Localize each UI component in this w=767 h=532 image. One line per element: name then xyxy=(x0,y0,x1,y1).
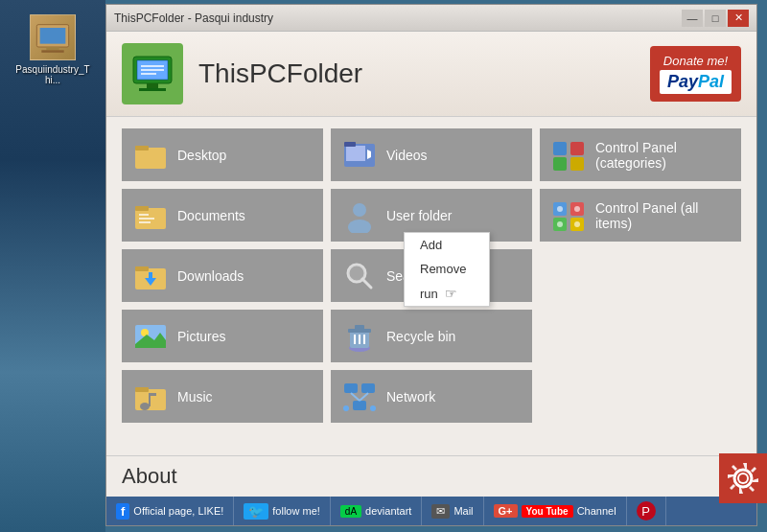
svg-point-34 xyxy=(574,206,580,212)
app-header-left: ThisPCFolder xyxy=(122,43,362,104)
pinterest-icon: P xyxy=(637,501,656,520)
tile-label: Music xyxy=(177,389,213,405)
svg-point-36 xyxy=(574,221,580,227)
youtube-label: Channel xyxy=(577,505,616,517)
tile-label: Control Panel (all items) xyxy=(595,200,730,231)
donate-button[interactable]: Donate me! PayPal xyxy=(650,46,741,102)
recycle-bin-icon xyxy=(342,319,377,354)
search-icon xyxy=(342,259,377,293)
tile-control-panel-all[interactable]: Control Panel (all items) xyxy=(540,189,741,242)
deviantart-icon: dA xyxy=(340,505,361,518)
tile-label: User folder xyxy=(386,208,452,223)
pictures-icon xyxy=(133,319,168,354)
context-menu-add[interactable]: Add xyxy=(405,233,489,257)
svg-rect-12 xyxy=(135,148,166,169)
documents-icon xyxy=(133,198,168,233)
gplus-icon: G+ xyxy=(494,504,518,518)
control-panel-all-icon xyxy=(551,198,586,233)
tile-documents[interactable]: Documents xyxy=(122,189,323,242)
network-icon xyxy=(342,380,377,414)
svg-point-56 xyxy=(140,403,150,410)
mail-link[interactable]: ✉ Mail xyxy=(422,497,483,525)
svg-rect-21 xyxy=(570,157,584,171)
tile-desktop[interactable]: Desktop xyxy=(122,128,323,181)
tile-control-panel-cat[interactable]: Control Panel (categories) xyxy=(540,128,741,181)
pinterest-link[interactable]: P xyxy=(627,497,666,525)
donate-label: Donate me! xyxy=(660,54,732,68)
svg-point-33 xyxy=(557,206,563,212)
control-panel-icon xyxy=(551,138,586,173)
svg-line-63 xyxy=(360,393,368,401)
svg-rect-13 xyxy=(135,146,149,150)
deviantart-label: deviantart xyxy=(365,505,411,517)
svg-rect-2 xyxy=(46,47,58,50)
svg-rect-19 xyxy=(570,142,584,155)
tile-recycle-bin[interactable]: Recycle bin xyxy=(331,310,532,362)
svg-point-27 xyxy=(353,203,366,217)
tile-downloads[interactable]: Downloads xyxy=(122,249,323,302)
svg-rect-18 xyxy=(553,142,567,155)
app-header: ThisPCFolder Donate me! PayPal xyxy=(106,32,756,117)
app-title: ThisPCFolder xyxy=(198,58,362,89)
context-menu-run[interactable]: run ☞ xyxy=(405,281,489,306)
music-icon xyxy=(133,380,168,414)
tile-label: Pictures xyxy=(177,329,226,344)
tile-pictures[interactable]: Pictures xyxy=(122,310,323,362)
tile-label: Recycle bin xyxy=(386,329,455,344)
tile-label: Desktop xyxy=(177,148,226,163)
minimize-button[interactable]: — xyxy=(682,10,703,27)
app-logo xyxy=(122,43,183,104)
bottom-bar: f Official page, LIKE! 🐦 follow me! dA d… xyxy=(106,497,756,525)
svg-rect-55 xyxy=(135,387,149,392)
svg-rect-58 xyxy=(149,393,156,396)
desktop-icon-image xyxy=(30,14,76,60)
svg-rect-38 xyxy=(135,266,149,271)
mail-icon: ✉ xyxy=(431,504,450,519)
svg-line-43 xyxy=(362,279,371,288)
svg-rect-50 xyxy=(355,325,364,330)
svg-line-62 xyxy=(351,393,360,401)
svg-rect-17 xyxy=(344,142,356,147)
svg-rect-24 xyxy=(139,214,149,216)
facebook-label: Official page, LIKE! xyxy=(133,505,223,517)
tile-videos[interactable]: Videos xyxy=(331,128,532,181)
titlebar: ThisPCFolder - Pasqui industry — □ ✕ xyxy=(106,5,756,32)
svg-rect-3 xyxy=(41,50,63,53)
context-menu-remove[interactable]: Remove xyxy=(405,257,489,281)
tile-music[interactable]: Music xyxy=(122,370,323,423)
tile-label: Network xyxy=(386,389,435,405)
about-title: About xyxy=(122,464,177,488)
tile-label: Documents xyxy=(177,208,245,223)
maximize-button[interactable]: □ xyxy=(705,10,726,27)
svg-rect-40 xyxy=(149,272,152,280)
svg-point-64 xyxy=(343,405,349,411)
close-button[interactable]: ✕ xyxy=(728,10,749,27)
user-folder-icon xyxy=(342,198,377,233)
svg-rect-61 xyxy=(353,401,366,410)
twitter-label: follow me! xyxy=(272,505,320,517)
svg-rect-60 xyxy=(361,383,375,393)
mail-label: Mail xyxy=(453,505,473,517)
gear-icon xyxy=(726,461,760,496)
desktop-icon[interactable]: Pasquiindustry_Thi... xyxy=(14,14,91,85)
cursor-icon: ☞ xyxy=(445,286,457,301)
gear-bottom-right xyxy=(719,453,767,503)
tile-label: Videos xyxy=(386,148,428,163)
facebook-link[interactable]: f Official page, LIKE! xyxy=(106,497,234,525)
svg-rect-15 xyxy=(346,146,365,161)
desktop-icon-label: Pasquiindustry_Thi... xyxy=(14,64,91,85)
svg-point-35 xyxy=(557,221,563,227)
svg-rect-26 xyxy=(139,221,151,223)
context-menu: Add Remove run ☞ xyxy=(404,232,490,307)
twitter-link[interactable]: 🐦 follow me! xyxy=(234,497,331,525)
deviantart-link[interactable]: dA deviantart xyxy=(331,497,423,525)
svg-rect-59 xyxy=(344,383,358,393)
paypal-label: PayPal xyxy=(660,70,732,94)
youtube-icon: You Tube xyxy=(522,505,573,518)
svg-rect-20 xyxy=(553,157,567,171)
tile-network[interactable]: Network xyxy=(331,370,532,423)
youtube-link[interactable]: G+ You Tube Channel xyxy=(484,497,627,525)
svg-point-65 xyxy=(370,405,376,411)
svg-rect-25 xyxy=(139,218,154,220)
svg-point-68 xyxy=(739,474,747,482)
